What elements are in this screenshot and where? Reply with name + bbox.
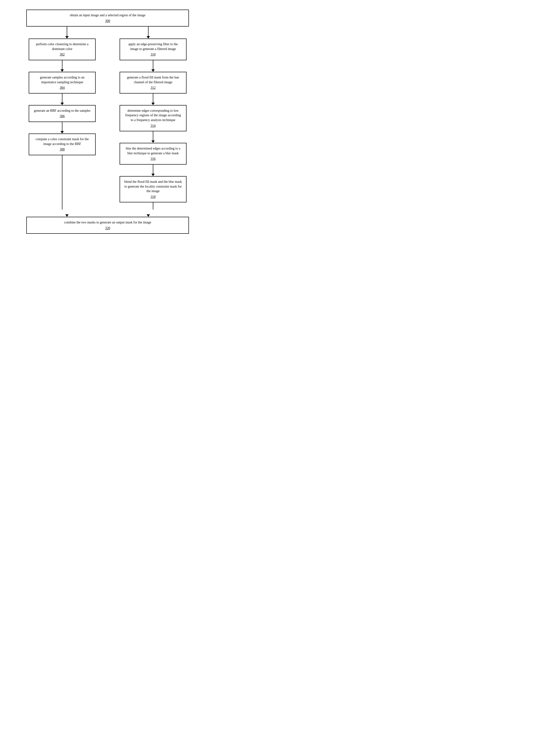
box-308-text: compute a color constraint mask for the …	[36, 137, 89, 146]
box-312-ref: 312	[124, 85, 182, 90]
box-312: generate a flood fill mask from the hue …	[120, 72, 186, 94]
box-310: apply an edge-preserving filter to the i…	[120, 39, 186, 60]
arrow-306-308	[61, 122, 64, 133]
box-320-ref: 320	[31, 226, 184, 231]
two-column-section: perform color clustering to determine a …	[7, 39, 208, 210]
box-310-text: apply an edge-preserving filter to the i…	[128, 42, 178, 51]
arrow-304-306	[61, 94, 64, 105]
box-300-ref: 300	[31, 19, 184, 23]
box-302: perform color clustering to determine a …	[29, 39, 96, 60]
box-308-ref: 308	[33, 147, 91, 152]
box-302-text: perform color clustering to determine a …	[36, 42, 89, 51]
box-304-text: generate samples according to an importa…	[40, 75, 84, 84]
box-316-text: blur the determined edges according to a…	[126, 147, 180, 155]
box-316: blur the determined edges according to a…	[120, 143, 186, 164]
left-column: perform color clustering to determine a …	[17, 39, 108, 210]
box-306-text: generate an RBF according to the samples	[34, 109, 90, 112]
box-304: generate samples according to an importa…	[29, 72, 96, 94]
box-302-ref: 302	[33, 52, 91, 57]
box-306: generate an RBF according to the samples…	[29, 105, 96, 122]
box-314-ref: 314	[124, 124, 182, 128]
arrow-316-318	[152, 164, 155, 176]
box-308: compute a color constraint mask for the …	[29, 133, 96, 155]
box-310-ref: 310	[124, 52, 182, 57]
arrow-314-316	[152, 131, 155, 143]
right-column: apply an edge-preserving filter to the i…	[108, 39, 199, 210]
box-300-text: obtain an input image and a selected reg…	[70, 14, 145, 17]
box-320: combine the two masks to generate an out…	[26, 217, 189, 234]
box-312-text: generate a flood fill mask from the hue …	[127, 75, 179, 84]
box-306-ref: 306	[33, 114, 91, 119]
box-316-ref: 316	[124, 157, 182, 161]
arrow-310-312	[152, 60, 155, 72]
flowchart: obtain an input image and a selected reg…	[7, 10, 208, 234]
arrow-312-314	[152, 94, 155, 105]
box-304-ref: 304	[33, 85, 91, 90]
box-320-text: combine the two masks to generate an out…	[64, 220, 151, 224]
box-314: determine edges corresponding to low fre…	[120, 105, 186, 131]
box-318-text: blend the flood fill mask and the blur m…	[124, 180, 182, 193]
box-318-ref: 318	[124, 194, 182, 199]
box-318: blend the flood fill mask and the blur m…	[120, 176, 186, 202]
arrow-302-304	[61, 60, 64, 72]
box-300: obtain an input image and a selected reg…	[26, 10, 189, 27]
box-314-text: determine edges corresponding to low fre…	[125, 109, 181, 122]
